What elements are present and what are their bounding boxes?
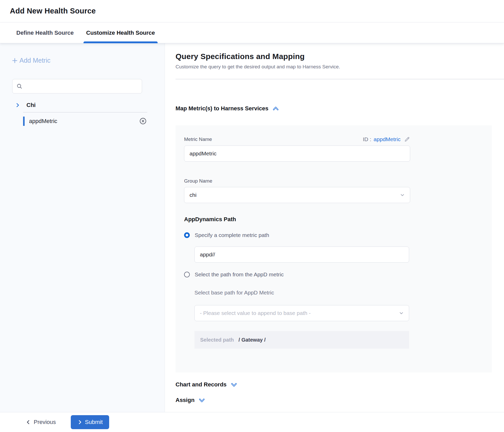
radio-select-path-from-appd[interactable]: Select the path from the AppD metric bbox=[184, 271, 483, 278]
dialog-footer: Previous Submit bbox=[0, 412, 504, 432]
radio-unselected-icon[interactable] bbox=[184, 272, 190, 277]
radio-selected-icon[interactable] bbox=[184, 232, 190, 238]
metric-name-label-row: Metric Name ID : appdMetric bbox=[184, 136, 410, 142]
chevron-down-icon bbox=[398, 310, 404, 316]
selected-path-label: Selected path bbox=[200, 337, 234, 343]
section-subheading: Customize the query to get the desired o… bbox=[176, 64, 504, 70]
map-metrics-section-header[interactable]: Map Metric(s) to Harness Services bbox=[176, 105, 504, 112]
metric-id-row: ID : appdMetric bbox=[363, 136, 410, 142]
chevron-down-icon bbox=[400, 192, 405, 198]
submit-button[interactable]: Submit bbox=[71, 415, 109, 429]
edit-id-icon[interactable] bbox=[404, 136, 410, 142]
section-heading: Query Specifications and Mapping bbox=[176, 52, 504, 61]
chevron-up-icon[interactable] bbox=[272, 105, 279, 112]
add-health-source-dialog: Add New Health Source Define Health Sour… bbox=[0, 0, 504, 432]
submit-button-label: Submit bbox=[85, 419, 103, 426]
search-icon bbox=[16, 83, 23, 89]
base-path-label: Select base path for AppD Metric bbox=[194, 290, 483, 296]
assign-title: Assign bbox=[176, 397, 194, 404]
metric-search bbox=[12, 79, 142, 93]
add-metric-label: Add Metric bbox=[19, 57, 50, 64]
metric-name-label: Metric Name bbox=[184, 136, 212, 142]
selected-metric-indicator bbox=[23, 117, 25, 126]
plus-icon bbox=[11, 57, 18, 64]
group-name-select[interactable]: chi bbox=[184, 187, 410, 203]
chart-and-records-section-header[interactable]: Chart and Records bbox=[176, 381, 504, 388]
metrics-sidebar: Add Metric Chi appdMetric bbox=[0, 43, 165, 412]
appdynamics-path-heading: AppDynamics Path bbox=[184, 216, 483, 223]
tab-define-label: Define Health Source bbox=[16, 30, 74, 36]
metric-id-prefix: ID : bbox=[363, 136, 371, 142]
metric-name-input[interactable] bbox=[184, 146, 410, 162]
base-path-select[interactable]: - Please select value to append to base … bbox=[194, 305, 409, 321]
metric-id-link[interactable]: appdMetric bbox=[374, 136, 401, 142]
previous-button[interactable]: Previous bbox=[26, 419, 56, 426]
chevron-down-icon[interactable] bbox=[231, 381, 237, 388]
assign-section-header[interactable]: Assign bbox=[176, 397, 504, 404]
heading-divider bbox=[176, 79, 504, 79]
metric-list-item-appdmetric[interactable]: appdMetric bbox=[0, 112, 165, 130]
metric-group-chi[interactable]: Chi bbox=[0, 102, 165, 109]
chart-and-records-title: Chart and Records bbox=[176, 381, 227, 388]
tab-customize-health-source[interactable]: Customize Health Source bbox=[83, 23, 157, 43]
group-name-value: chi bbox=[190, 192, 197, 198]
previous-button-label: Previous bbox=[34, 419, 56, 426]
complete-metric-path-input[interactable] bbox=[194, 247, 409, 263]
metric-item-label: appdMetric bbox=[29, 118, 139, 125]
tab-define-health-source[interactable]: Define Health Source bbox=[14, 23, 76, 43]
selected-path-strip: Selected path / Gateway / bbox=[194, 331, 409, 349]
metric-search-input[interactable] bbox=[12, 79, 142, 93]
dialog-header: Add New Health Source bbox=[0, 0, 504, 23]
radio-complete-metric-path-label: Specify a complete metric path bbox=[195, 232, 269, 238]
health-source-tabs: Define Health Source Customize Health So… bbox=[0, 23, 504, 43]
chevron-left-icon bbox=[26, 420, 31, 425]
radio-select-path-label: Select the path from the AppD metric bbox=[195, 271, 284, 278]
chevron-right-icon[interactable] bbox=[15, 103, 20, 108]
base-path-placeholder: - Please select value to append to base … bbox=[200, 310, 311, 316]
map-metrics-form: Metric Name ID : appdMetric Group Name c… bbox=[176, 125, 492, 372]
query-specifications-panel: Query Specifications and Mapping Customi… bbox=[165, 43, 504, 412]
page-title: Add New Health Source bbox=[10, 7, 504, 15]
chevron-right-icon bbox=[77, 420, 82, 425]
selected-path-value: / Gateway / bbox=[239, 337, 266, 343]
group-name-label: Group Name bbox=[184, 178, 483, 184]
radio-complete-metric-path[interactable]: Specify a complete metric path bbox=[184, 232, 483, 238]
metric-group-label: Chi bbox=[26, 102, 36, 109]
delete-metric-icon[interactable] bbox=[139, 118, 146, 125]
chevron-down-icon[interactable] bbox=[199, 397, 205, 404]
dialog-body: Add Metric Chi appdMetric bbox=[0, 43, 504, 412]
map-metrics-section-title: Map Metric(s) to Harness Services bbox=[176, 105, 268, 112]
tab-customize-label: Customize Health Source bbox=[86, 30, 155, 36]
add-metric-button[interactable]: Add Metric bbox=[11, 57, 50, 64]
